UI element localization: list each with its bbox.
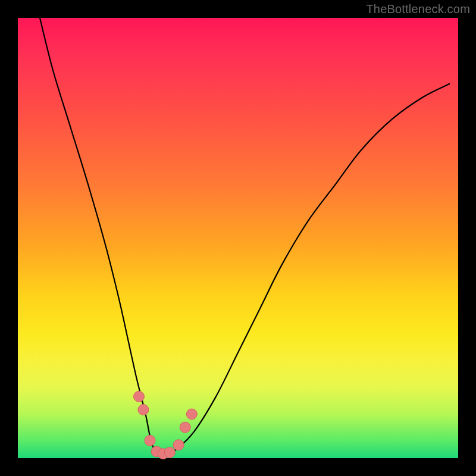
watermark-text: TheBottleneck.com [366, 2, 470, 16]
plot-area [18, 18, 458, 458]
marker-point [138, 405, 149, 415]
highlighted-points [134, 391, 198, 459]
marker-point [180, 422, 190, 433]
marker-point [173, 440, 184, 450]
marker-point [186, 409, 197, 419]
bottleneck-curve-svg [18, 18, 458, 458]
marker-point [164, 447, 175, 458]
marker-point [145, 435, 155, 446]
marker-point [134, 391, 145, 402]
bottleneck-curve [40, 18, 449, 455]
chart-frame: TheBottleneck.com [0, 0, 476, 476]
